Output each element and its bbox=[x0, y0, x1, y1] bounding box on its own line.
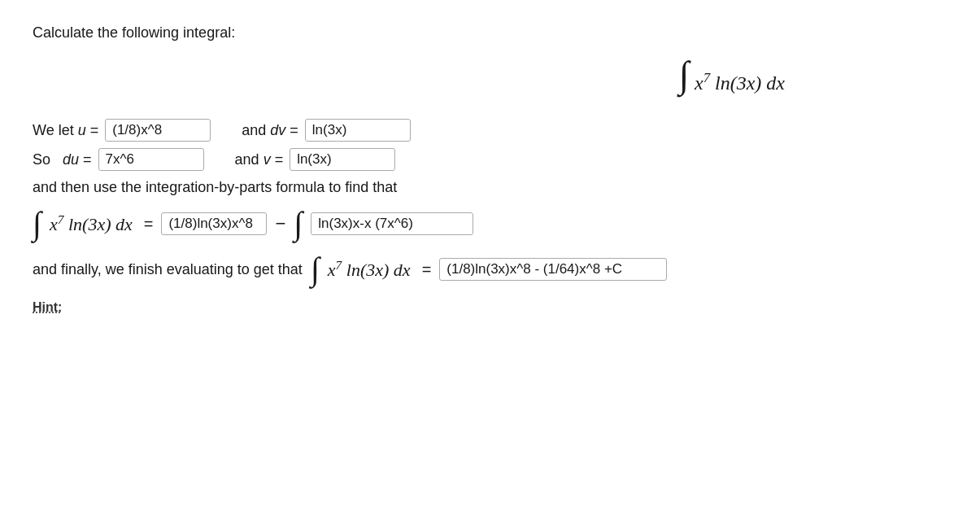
formula-integral-sign: ∫ bbox=[33, 209, 41, 238]
integration-parts-text: and then use the integration-by-parts fo… bbox=[33, 179, 947, 196]
second-term-box[interactable]: ln(3x)x-x (7x^6) bbox=[311, 212, 473, 235]
and-v-label: and v = bbox=[235, 151, 284, 168]
formula-line: ∫ x7 ln(3x) dx = (1/8)ln(3x)x^8 − ∫ ln(3… bbox=[33, 209, 947, 238]
integrand-expression: x7 ln(3x) dx bbox=[695, 72, 785, 94]
large-integral-sign: ∫ bbox=[679, 54, 690, 95]
formula-equals: = bbox=[144, 215, 154, 234]
final-line: and finally, we finish evaluating to get… bbox=[33, 255, 947, 284]
u-line: We let u = (1/8)x^8 and dv = ln(3x) bbox=[33, 119, 947, 142]
second-integral-sign: ∫ bbox=[294, 209, 303, 238]
du-value-box[interactable]: 7x^6 bbox=[98, 148, 204, 171]
first-term-box[interactable]: (1/8)ln(3x)x^8 bbox=[161, 212, 267, 235]
page-title: Calculate the following integral: bbox=[33, 24, 947, 41]
final-text: and finally, we finish evaluating to get… bbox=[33, 261, 303, 278]
hint-section[interactable]: Hint: bbox=[33, 300, 947, 315]
dv-value-box[interactable]: ln(3x) bbox=[305, 119, 411, 142]
final-equals: = bbox=[422, 260, 432, 279]
final-integrand: x7 ln(3x) dx bbox=[328, 258, 411, 281]
formula-integrand: x7 ln(3x) dx bbox=[50, 212, 133, 235]
and-dv-label: and dv = bbox=[242, 122, 298, 139]
we-let-label: We let u = bbox=[33, 122, 98, 139]
final-integral-sign: ∫ bbox=[311, 255, 320, 284]
u-dv-section: We let u = (1/8)x^8 and dv = ln(3x) So d… bbox=[33, 119, 947, 171]
final-answer-box[interactable]: (1/8)ln(3x)x^8 - (1/64)x^8 +C bbox=[439, 258, 667, 281]
du-line: So du = 7x^6 and v = ln(3x) bbox=[33, 148, 947, 171]
minus-sign: − bbox=[275, 213, 285, 234]
so-du-label: So du = bbox=[33, 151, 92, 168]
u-value-box[interactable]: (1/8)x^8 bbox=[105, 119, 211, 142]
integral-display: ∫ x7 ln(3x) dx bbox=[33, 58, 947, 94]
v-value-box[interactable]: ln(3x) bbox=[290, 148, 395, 171]
